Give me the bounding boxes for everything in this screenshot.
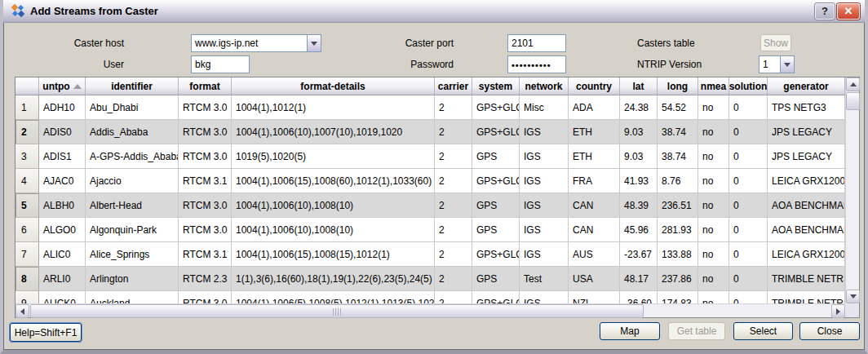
- cell[interactable]: GPS+GLO: [472, 95, 520, 120]
- cell[interactable]: 45.96: [620, 218, 658, 242]
- cell[interactable]: 9.03: [620, 120, 658, 144]
- cell[interactable]: IGS: [520, 291, 569, 303]
- scroll-up-button[interactable]: [846, 77, 860, 91]
- column-header-format[interactable]: format: [179, 77, 232, 95]
- cell[interactable]: 1004(1),1006(15),1008(15),1012(1): [232, 242, 435, 267]
- table-row[interactable]: 2ADIS0Addis_AbabaRTCM 3.01004(1),1006(10…: [16, 120, 845, 144]
- cell[interactable]: TPS NETG3: [768, 95, 845, 120]
- cell[interactable]: 281.93: [658, 218, 698, 242]
- column-header-system[interactable]: system: [472, 77, 520, 95]
- cell[interactable]: 0: [729, 193, 768, 218]
- table-row[interactable]: 1ADH10Abu_DhabiRTCM 3.01004(1),1012(1)2G…: [16, 95, 845, 120]
- cell[interactable]: ADA: [569, 95, 620, 120]
- cell[interactable]: AUCK0: [39, 291, 86, 303]
- caster-port-input[interactable]: 2101: [507, 34, 566, 52]
- cell[interactable]: Addis_Ababa: [86, 120, 179, 144]
- map-button[interactable]: Map: [600, 322, 660, 340]
- column-header-network[interactable]: network: [520, 77, 569, 95]
- cell[interactable]: 2: [435, 95, 472, 120]
- cell[interactable]: AOA BENCHMARK: [768, 193, 845, 218]
- cell[interactable]: ARLI0: [39, 267, 86, 291]
- caster-host-dropdown-button[interactable]: [307, 35, 321, 51]
- cell[interactable]: 174.83: [658, 291, 698, 303]
- cell[interactable]: 0: [729, 169, 768, 193]
- cell[interactable]: AOA BENCHMARK: [768, 218, 845, 242]
- table-row[interactable]: 5ALBH0Albert-HeadRTCM 3.01004(1),1006(10…: [16, 193, 845, 218]
- cell[interactable]: RTCM 2.3: [179, 267, 232, 291]
- cell[interactable]: USA: [569, 267, 620, 291]
- cell[interactable]: A-GPS-Addis_Ababa: [86, 144, 179, 169]
- cell[interactable]: AJAC0: [39, 169, 86, 193]
- cell[interactable]: 1004(1),1006(10),1007(10),1019,1020: [232, 120, 435, 144]
- cell[interactable]: 0: [729, 218, 768, 242]
- cell[interactable]: 2: [435, 218, 472, 242]
- close-button[interactable]: Close: [799, 322, 860, 340]
- row-header[interactable]: 2: [16, 120, 39, 144]
- titlebar[interactable]: Add Streams from Caster ? ✕: [3, 0, 865, 23]
- cell[interactable]: IGS: [520, 193, 569, 218]
- cell[interactable]: ETH: [569, 144, 620, 169]
- cell[interactable]: 48.39: [620, 193, 658, 218]
- cell[interactable]: no: [698, 267, 729, 291]
- cell[interactable]: GPS: [472, 267, 520, 291]
- cell[interactable]: RTCM 3.0: [179, 218, 232, 242]
- get-table-button[interactable]: Get table: [668, 322, 725, 340]
- cell[interactable]: IGS: [520, 218, 569, 242]
- column-header-lat[interactable]: lat: [620, 77, 658, 95]
- cell[interactable]: 2: [435, 193, 472, 218]
- cell[interactable]: 1004(1),1006(5),1008(5),1012(1),1013(5),…: [232, 291, 435, 303]
- cell[interactable]: GPS: [472, 193, 520, 218]
- row-header[interactable]: 4: [16, 169, 39, 193]
- cell[interactable]: 2: [435, 144, 472, 169]
- ntrip-version-combobox[interactable]: 1: [759, 55, 795, 73]
- cell[interactable]: TRIMBLE NETRS: [768, 267, 845, 291]
- cell[interactable]: ADIS0: [39, 120, 86, 144]
- column-header-identifier[interactable]: identifier: [86, 77, 179, 95]
- cell[interactable]: IGS: [520, 120, 569, 144]
- cell[interactable]: ALGO0: [39, 218, 86, 242]
- password-input[interactable]: ••••••••••: [507, 55, 566, 73]
- cell[interactable]: GPS: [472, 218, 520, 242]
- row-header[interactable]: 6: [16, 218, 39, 242]
- cell[interactable]: RTCM 3.0: [179, 193, 232, 218]
- cell[interactable]: 1004(1),1012(1): [232, 95, 435, 120]
- cell[interactable]: no: [698, 95, 729, 120]
- cell[interactable]: JPS LEGACY: [768, 144, 845, 169]
- column-header-country[interactable]: country: [569, 77, 620, 95]
- cell[interactable]: Alice_Springs: [86, 242, 179, 267]
- ntrip-version-dropdown-button[interactable]: [780, 56, 794, 73]
- titlebar-help-button[interactable]: ?: [815, 3, 835, 20]
- cell[interactable]: Albert-Head: [86, 193, 179, 218]
- scroll-left-button[interactable]: [16, 304, 29, 318]
- column-header-generator[interactable]: generator: [768, 77, 845, 95]
- cell[interactable]: Auckland: [86, 291, 179, 303]
- cell[interactable]: GPS+GLO: [472, 242, 520, 267]
- help-shortcut-button[interactable]: Help=Shift+F1: [10, 323, 82, 342]
- cell[interactable]: no: [698, 144, 729, 169]
- cell[interactable]: GPS: [472, 144, 520, 169]
- cell[interactable]: LEICA GRX1200GG: [768, 242, 845, 267]
- column-header-nmea[interactable]: nmea: [698, 77, 729, 95]
- table-row[interactable]: 9AUCK0AucklandRTCM 3.01004(1),1006(5),10…: [16, 291, 845, 303]
- cell[interactable]: FRA: [569, 169, 620, 193]
- scroll-down-button[interactable]: [846, 290, 860, 303]
- column-header-format-details[interactable]: format-details: [232, 77, 435, 95]
- table-row[interactable]: 3ADIS1A-GPS-Addis_AbabaRTCM 3.01019(5),1…: [16, 144, 845, 169]
- cell[interactable]: Algonquin-Park: [86, 218, 179, 242]
- cell[interactable]: 1019(5),1020(5): [232, 144, 435, 169]
- cell[interactable]: -36.60: [620, 291, 658, 303]
- cell[interactable]: AUS: [569, 242, 620, 267]
- cell[interactable]: Test: [520, 267, 569, 291]
- column-header-untpo[interactable]: untpo: [39, 77, 86, 95]
- cell[interactable]: IGS: [520, 242, 569, 267]
- column-header-carrier[interactable]: carrier: [435, 77, 472, 95]
- cell[interactable]: 38.74: [658, 144, 698, 169]
- cell[interactable]: 237.86: [658, 267, 698, 291]
- column-header-long[interactable]: long: [658, 77, 698, 95]
- row-header[interactable]: 9: [16, 291, 39, 303]
- row-header[interactable]: 3: [16, 144, 39, 169]
- cell[interactable]: ALBH0: [39, 193, 86, 218]
- cell[interactable]: 1004(1),1006(10),1008(10): [232, 193, 435, 218]
- row-header[interactable]: 7: [16, 242, 39, 267]
- cell[interactable]: 0: [729, 291, 768, 303]
